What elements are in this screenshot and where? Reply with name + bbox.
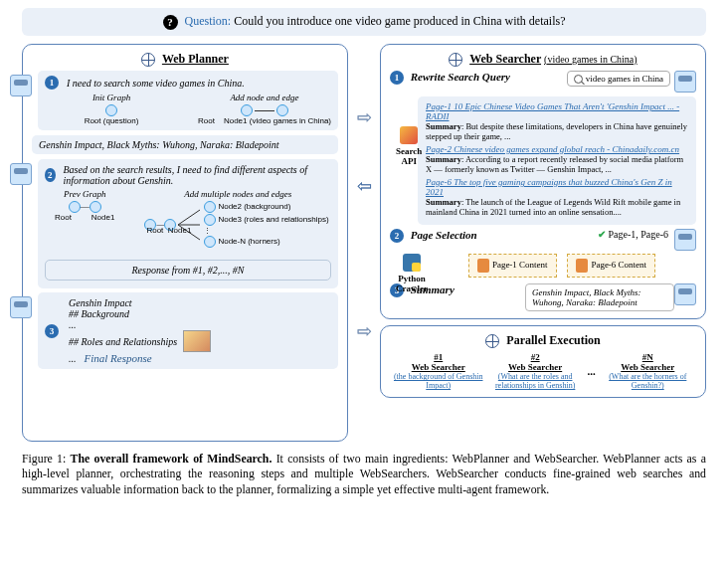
figure-caption: Figure 1: The overall framework of MindS… xyxy=(22,452,706,498)
question-label: Question: xyxy=(185,14,232,28)
graph-node xyxy=(241,104,253,116)
question-text: Could you introduce one video game produ… xyxy=(234,14,565,28)
parallel-title: Parallel Execution xyxy=(390,333,696,348)
graph-node xyxy=(204,201,216,213)
page-title: Page-6 The top five gaming campaigns tha… xyxy=(426,177,688,197)
root-label: Root (question) xyxy=(45,116,178,125)
question-bar: ? Question: Could you introduce one vide… xyxy=(22,8,706,36)
robot-icon xyxy=(10,75,32,96)
parallel-item: #2 Web Searcher (What are the roles and … xyxy=(490,352,580,390)
doc-icon xyxy=(576,259,588,273)
crawler-label: Python Crawler xyxy=(396,254,428,294)
searcher-title: Web Searcher (video games in China) xyxy=(390,52,696,67)
add-multi-label: Add multiple nodes and edges xyxy=(144,189,331,199)
page-content-box: Page-6 Content xyxy=(567,254,655,278)
final-line2: ## Background xyxy=(69,308,331,319)
step3-badge: 3 xyxy=(45,324,59,338)
api-label: Search API xyxy=(396,126,422,167)
final-response-label: Final Response xyxy=(85,352,152,364)
planner-step1: 1 I need to search some video games in C… xyxy=(38,71,338,130)
search-results: Page-1 10 Epic Chinese Video Games That … xyxy=(418,96,696,225)
root-label: Root xyxy=(146,226,163,235)
graph-node xyxy=(204,236,216,248)
arrow-column: ⇨ ⇦ ⇨ xyxy=(352,44,376,442)
search-input[interactable]: video games in China xyxy=(567,71,670,87)
step1-text: I need to search some video games in Chi… xyxy=(67,78,245,89)
root-label: Root xyxy=(55,213,72,222)
arrow-right-icon: ⇨ xyxy=(357,320,372,342)
planner-step2: 2 Based on the search results, I need to… xyxy=(38,159,338,288)
add-node-label: Add node and edge xyxy=(198,93,331,102)
planner-title: Web Planner xyxy=(32,52,338,67)
s2-badge: 2 xyxy=(390,229,404,243)
s1-badge: 1 xyxy=(390,71,404,85)
search-icon xyxy=(574,75,583,84)
parallel-item: #1 Web Searcher (the background of Gensh… xyxy=(394,352,483,390)
doc-icon xyxy=(477,259,489,273)
final-line5: ... xyxy=(69,353,77,364)
page-item: Page-1 10 Epic Chinese Video Games That … xyxy=(426,101,688,141)
question-mark-icon: ? xyxy=(163,15,178,30)
final-line4: ## Roles and Relationships xyxy=(69,336,177,347)
globe-icon xyxy=(449,53,462,67)
node3-label: Node3 (roles and relationships) xyxy=(218,215,328,224)
graph-node xyxy=(105,104,117,116)
node1-label: Node1 xyxy=(91,213,115,222)
step1-badge: 1 xyxy=(45,76,59,90)
s1-label: Rewrite Search Query xyxy=(411,71,510,83)
globe-icon xyxy=(485,334,499,348)
globe-icon xyxy=(141,53,155,67)
final-line3: ... xyxy=(69,319,331,330)
graph-node xyxy=(204,214,216,226)
caption-fig: Figure 1: xyxy=(22,452,71,466)
page-content-box: Page-1 Content xyxy=(468,254,557,278)
selected-pages: Page-1, Page-6 xyxy=(608,229,668,240)
page-title: Page-1 10 Epic Chinese Video Games That … xyxy=(426,101,688,121)
arrow-left-icon: ⇦ xyxy=(357,175,372,197)
node1-label: Node1 (video games in China) xyxy=(224,116,331,125)
s2-label: Page Selection xyxy=(411,229,477,241)
page-title: Page-2 Chinese video games expand global… xyxy=(426,144,688,154)
svg-line-0 xyxy=(178,210,200,225)
python-icon xyxy=(403,254,421,272)
summary-output: Genshin Impact, Black Myths: Wuhong, Nar… xyxy=(525,283,674,311)
page-item: Page-6 The top five gaming campaigns tha… xyxy=(426,177,688,217)
api-icon xyxy=(400,126,418,144)
parallel-item: #N Web Searcher (What are the horners of… xyxy=(603,352,692,390)
planner-step3: 3 Genshin Impact ## Background ... ## Ro… xyxy=(38,292,338,369)
result1-box: Genshin Impact, Black Myths: Wuhong, Nar… xyxy=(32,135,338,154)
search-value: video games in China xyxy=(586,74,663,84)
framework-diagram: Web Planner 1 I need to search some vide… xyxy=(22,44,706,442)
caption-bold: The overall framework of MindSearch. xyxy=(71,452,273,466)
parallel-panel: Parallel Execution #1 Web Searcher (the … xyxy=(380,325,706,398)
check-icon: ✔ xyxy=(598,229,606,240)
web-searcher-panel: Web Searcher (video games in China) 1 Re… xyxy=(380,44,706,319)
init-graph-label: Init Graph xyxy=(45,93,178,102)
nodeN-label: Node-N (horners) xyxy=(218,237,279,246)
web-planner-panel: Web Planner 1 I need to search some vide… xyxy=(22,44,348,442)
robot-icon xyxy=(10,296,32,318)
node1-label: Node1 xyxy=(168,226,192,235)
robot-icon xyxy=(674,229,696,251)
page-item: Page-2 Chinese video games expand global… xyxy=(426,144,688,174)
ellipsis: ... xyxy=(588,365,596,377)
graph-node xyxy=(276,104,288,116)
prev-graph-label: Prev Graph xyxy=(45,189,124,199)
final-line1: Genshin Impact xyxy=(69,297,331,308)
node2-label: Node2 (background) xyxy=(218,202,290,211)
step2-badge: 2 xyxy=(45,168,56,182)
robot-icon xyxy=(10,163,32,185)
graph-node xyxy=(90,201,101,213)
response-box: Response from #1, #2,..., #N xyxy=(45,260,331,281)
robot-icon xyxy=(674,283,696,305)
arrow-right-icon: ⇨ xyxy=(357,106,372,128)
step2-text: Based on the search results, I need to f… xyxy=(64,164,331,186)
root2-label: Root xyxy=(198,116,215,125)
illustration-icon xyxy=(183,330,211,352)
robot-icon xyxy=(674,71,696,93)
graph-node xyxy=(69,201,81,213)
